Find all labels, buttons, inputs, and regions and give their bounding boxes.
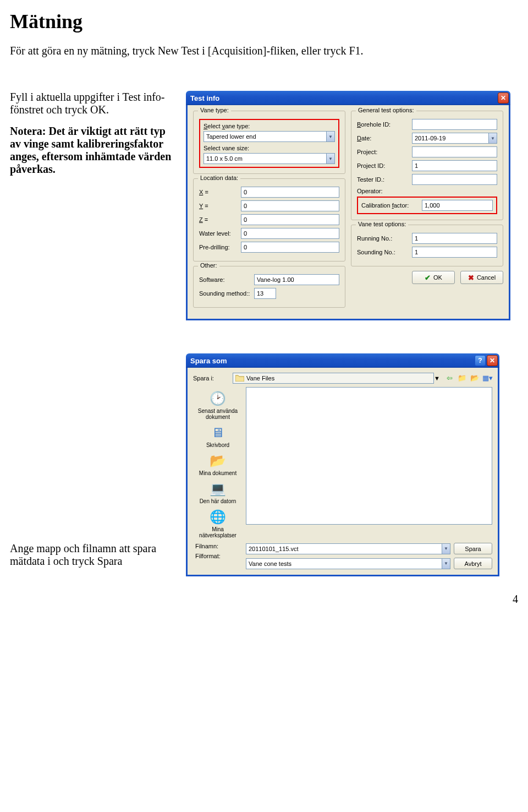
place-network[interactable]: 🌐Mina nätverksplatser	[193, 508, 243, 539]
test-info-title: Test info	[190, 94, 497, 102]
location-legend: Location data:	[198, 175, 240, 181]
x-icon: ✖	[468, 274, 474, 282]
vane-type-group: Vane type: Select vane type: Tapered low…	[193, 111, 345, 174]
general-group: General test options: Borehole ID: Date:…	[351, 111, 503, 220]
software-input[interactable]: Vane-log 1.00	[254, 274, 339, 285]
testerid-input[interactable]	[412, 174, 497, 185]
vane-size-select[interactable]: 11.0 x 5.0 cm▼	[204, 153, 335, 164]
place-recent[interactable]: 🕑Senast använda dokument	[193, 389, 243, 421]
file-list[interactable]	[246, 387, 492, 525]
other-legend: Other:	[198, 262, 219, 269]
chevron-down-icon[interactable]: ▼	[442, 543, 450, 554]
vane-type-legend: Vane type:	[198, 107, 231, 113]
place-mydocs[interactable]: 📂Mina dokument	[193, 451, 243, 477]
water-input[interactable]: 0	[241, 228, 339, 239]
filename-input[interactable]: 20110101_115.vct▼	[246, 543, 450, 554]
ok-button[interactable]: ✔OK	[412, 271, 455, 284]
save-in-label: Spara i:	[193, 375, 228, 382]
computer-icon: 💻	[210, 481, 226, 497]
test-info-dialog: Test info ✕ Vane type: Select vane type:…	[186, 91, 510, 320]
projectid-input[interactable]: 1	[412, 160, 497, 171]
x-input[interactable]: 0	[241, 187, 339, 198]
location-group: Location data: X =0 Y =0 Z =0 Water leve…	[193, 178, 345, 261]
intro-text: För att göra en ny mätning, tryck New Te…	[10, 44, 518, 58]
recent-icon: 🕑	[210, 390, 226, 407]
predrill-input[interactable]: 0	[241, 242, 339, 253]
desktop-icon: 🖥	[210, 424, 226, 441]
save-titlebar[interactable]: Spara som ? ✕	[186, 353, 499, 368]
sounding-method-input[interactable]: 13	[254, 288, 276, 299]
check-icon: ✔	[425, 274, 431, 282]
save-text: Ange mapp och filnamn att spara mätdata …	[10, 542, 175, 568]
filetype-label: Filformat:	[195, 553, 221, 559]
views-icon[interactable]: ▦▾	[482, 373, 492, 383]
project-input[interactable]	[412, 146, 497, 157]
network-icon: 🌐	[210, 509, 226, 525]
fill-text: Fyll i aktuella uppgifter i Test info-fö…	[10, 91, 175, 116]
up-folder-icon[interactable]: 📁	[457, 373, 467, 383]
chevron-down-icon[interactable]: ▼	[442, 558, 450, 569]
page-number: 4	[10, 593, 518, 606]
save-in-select[interactable]: Vane Files ▼	[233, 372, 440, 384]
sounding-input[interactable]: 1	[412, 247, 497, 258]
calibration-input[interactable]: 1,000	[422, 200, 493, 211]
filetype-select[interactable]: Vane cone tests▼	[246, 558, 450, 569]
y-input[interactable]: 0	[241, 200, 339, 211]
operator-label: Operator:	[357, 188, 497, 194]
save-button[interactable]: Spara	[454, 543, 492, 554]
vane-type-select[interactable]: Tapered lower end▼	[204, 131, 335, 142]
general-legend: General test options:	[356, 107, 416, 113]
vane-options-legend: Vane test options:	[356, 221, 408, 227]
other-group: Other: Software:Vane-log 1.00 Sounding m…	[193, 266, 345, 308]
z-input[interactable]: 0	[241, 214, 339, 225]
place-desktop[interactable]: 🖥Skrivbord	[193, 423, 243, 449]
chevron-down-icon[interactable]: ▼	[326, 153, 335, 164]
date-select[interactable]: 2011-09-19▼	[412, 133, 497, 144]
save-dialog: Spara som ? ✕ Spara i: Vane Files ▼ ⇦ 📁 …	[186, 353, 499, 576]
close-icon[interactable]: ✕	[498, 92, 509, 103]
test-info-titlebar[interactable]: Test info ✕	[186, 91, 510, 105]
page-title: Mätning	[10, 10, 518, 33]
chevron-down-icon[interactable]: ▼	[488, 133, 497, 144]
chevron-down-icon[interactable]: ▼	[434, 375, 440, 382]
vane-options-group: Vane test options: Running No.:1 Soundin…	[351, 225, 503, 266]
note-text: Notera: Det är viktigt att rätt typ av v…	[10, 125, 175, 176]
place-computer[interactable]: 💻Den här datorn	[193, 479, 243, 505]
running-input[interactable]: 1	[412, 233, 497, 244]
save-title: Spara som	[190, 357, 474, 365]
back-icon[interactable]: ⇦	[444, 373, 454, 383]
help-icon[interactable]: ?	[475, 355, 486, 366]
chevron-down-icon[interactable]: ▼	[326, 131, 335, 142]
mydocs-icon: 📂	[210, 453, 226, 469]
folder-icon	[235, 374, 244, 382]
new-folder-icon[interactable]: 📂	[470, 373, 480, 383]
filename-label: Filnamn:	[195, 543, 218, 549]
cancel-save-button[interactable]: Avbryt	[454, 558, 492, 569]
cancel-button[interactable]: ✖Cancel	[460, 271, 503, 284]
borehole-input[interactable]	[412, 119, 497, 130]
close-icon[interactable]: ✕	[487, 355, 498, 366]
